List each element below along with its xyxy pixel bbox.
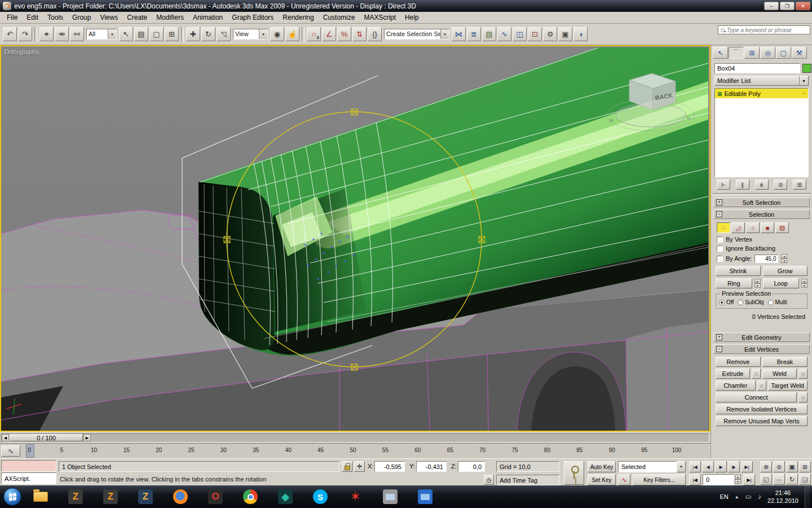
clock[interactable]: 21:46 22.12.2010: [767, 489, 798, 505]
select-and-move-button[interactable]: ✚: [186, 27, 200, 41]
select-and-rotate-button[interactable]: ↻: [201, 27, 215, 41]
edit-named-selection-sets-button[interactable]: {}: [368, 27, 382, 41]
menu-file[interactable]: File: [2, 12, 22, 23]
red-app-taskbar-icon[interactable]: ✶: [345, 487, 365, 507]
expand-icon[interactable]: +: [716, 334, 722, 340]
select-and-manipulate-button[interactable]: ☝: [285, 27, 299, 41]
arc-rotate-button[interactable]: ↻: [786, 474, 798, 485]
snaps-toggle-button[interactable]: ∩3: [307, 27, 321, 41]
auto-key-button[interactable]: Auto Key: [588, 461, 616, 472]
checkbox-icon[interactable]: [717, 246, 723, 252]
time-slider-handle[interactable]: 0 / 100: [10, 434, 83, 441]
ring-button[interactable]: Ring: [716, 278, 752, 288]
connect-button[interactable]: Connect: [716, 392, 797, 402]
angle-value-field[interactable]: 45,0: [754, 255, 778, 263]
tab-hierarchy[interactable]: ⊞: [744, 47, 760, 59]
go-to-start-button[interactable]: |◀: [689, 474, 701, 485]
restore-button[interactable]: ❐: [780, 2, 795, 10]
quick-render-button[interactable]: ◑: [573, 27, 588, 41]
display-tray-icon[interactable]: ▭: [745, 493, 752, 501]
windows-explorer-taskbar-icon[interactable]: [30, 487, 51, 507]
skype-taskbar-icon[interactable]: S: [310, 487, 330, 507]
by-vertex-checkbox[interactable]: By Vertex: [711, 234, 812, 243]
extrude-settings-button[interactable]: □: [752, 369, 761, 379]
chamfer-settings-button[interactable]: □: [757, 380, 766, 391]
weld-button[interactable]: Weld: [762, 369, 797, 379]
zoom-all-button[interactable]: ⊛: [773, 461, 785, 472]
shrink-button[interactable]: Shrink: [716, 266, 761, 276]
percent-snap-toggle-button[interactable]: %: [337, 27, 351, 41]
track-bar[interactable]: ∿ 05101520253035404550556065707580859095…: [0, 443, 710, 458]
preview-off-radio[interactable]: Off: [719, 299, 734, 305]
by-angle-checkbox[interactable]: By Angle: 45,0 ▲▼: [711, 252, 812, 264]
previous-frame-button[interactable]: ◀: [702, 461, 714, 472]
named-selection-sets-combo[interactable]: Create Selection Set▼: [384, 29, 449, 40]
use-pivot-point-center-button[interactable]: ◉: [270, 27, 284, 41]
grow-button[interactable]: Grow: [763, 266, 808, 276]
angle-spinner[interactable]: ▲▼: [781, 254, 787, 263]
key-filters-button[interactable]: Key Filters...: [633, 474, 686, 485]
select-and-uniform-scale-button[interactable]: ◹: [217, 27, 231, 41]
infocenter-search[interactable]: [718, 25, 810, 34]
maximize-viewport-button[interactable]: ◲: [799, 474, 811, 485]
target-weld-button[interactable]: Target Weld: [768, 380, 808, 391]
tab-create[interactable]: ↖: [713, 47, 728, 59]
menu-customize[interactable]: Customize: [319, 12, 360, 23]
time-slider-track[interactable]: ◀ 0 / 100 ▶: [1, 433, 709, 443]
firefox-taskbar-icon[interactable]: [170, 487, 191, 507]
go-to-end-button[interactable]: ▶|: [743, 474, 755, 485]
set-keys-button[interactable]: [564, 461, 584, 485]
pan-button[interactable]: ⇔: [773, 474, 785, 485]
chrome-taskbar-icon[interactable]: [240, 487, 261, 507]
stack-item-editable-poly[interactable]: ▦ Editable Poly ∴: [715, 89, 808, 98]
select-object-button[interactable]: ↖: [119, 27, 133, 41]
loop-spinner[interactable]: ▲▼: [801, 279, 807, 288]
render-setup-button[interactable]: ⚙: [543, 27, 557, 41]
show-end-result-button[interactable]: ∥: [736, 179, 749, 190]
3ds-max-taskbar-icon[interactable]: ◆: [275, 487, 295, 507]
zoom-extents-button[interactable]: ▣: [786, 461, 798, 472]
schematic-view-button[interactable]: ◫: [513, 27, 527, 41]
show-hidden-icons-arrow[interactable]: ▲: [735, 494, 739, 500]
subobject-border-button[interactable]: ○: [746, 222, 760, 233]
play-button[interactable]: ▶: [715, 461, 727, 472]
menu-views[interactable]: Views: [95, 12, 122, 23]
show-desktop-button[interactable]: [805, 485, 810, 508]
go-to-start-button[interactable]: |◀: [689, 461, 701, 472]
modifier-list-dropdown[interactable]: Modifier List ▼: [714, 76, 809, 86]
remove-modifier-button[interactable]: ⊘: [774, 179, 787, 190]
menu-group[interactable]: Group: [68, 12, 95, 23]
select-and-link-button[interactable]: ⚭: [39, 27, 54, 41]
menu-animation[interactable]: Animation: [188, 12, 227, 23]
preview-multi-radio[interactable]: Multi: [768, 299, 787, 305]
time-slider-prev-arrow[interactable]: ◀: [2, 434, 9, 441]
current-frame-field[interactable]: 0: [703, 474, 734, 485]
blue-screen-app-taskbar-icon[interactable]: [415, 487, 435, 507]
tab-display[interactable]: ▢: [776, 47, 791, 59]
menu-edit[interactable]: Edit: [22, 12, 43, 23]
layer-manager-button[interactable]: ▤: [482, 27, 496, 41]
search-input[interactable]: [727, 27, 807, 33]
z-coordinate-field[interactable]: 0,0: [458, 461, 485, 472]
menu-help[interactable]: Help: [400, 12, 423, 23]
set-key-button[interactable]: Set Key: [588, 474, 616, 485]
rollout-edit-geometry[interactable]: + Edit Geometry: [713, 332, 810, 342]
close-button[interactable]: ✕: [796, 2, 810, 10]
rollout-edit-vertices[interactable]: − Edit Vertices: [713, 344, 810, 354]
chevron-down-icon[interactable]: ▼: [259, 29, 267, 39]
selection-region-button[interactable]: ▢: [149, 27, 164, 41]
app-icon[interactable]: [3, 2, 11, 10]
chevron-down-icon[interactable]: ▼: [440, 29, 449, 39]
menu-create[interactable]: Create: [122, 12, 152, 23]
time-slider-next-arrow[interactable]: ▶: [83, 434, 91, 441]
break-button[interactable]: Break: [762, 357, 807, 367]
align-button[interactable]: ≣: [467, 27, 481, 41]
add-time-tag-field[interactable]: Add Time Tag: [496, 475, 559, 485]
collapse-icon[interactable]: −: [716, 346, 722, 352]
time-tag-icon[interactable]: ◷: [484, 475, 494, 485]
viewport-orthographic[interactable]: BACK W N Orthographic: [0, 45, 710, 432]
weld-settings-button[interactable]: □: [798, 369, 807, 379]
rollout-soft-selection[interactable]: + Soft Selection: [713, 198, 810, 207]
expand-icon[interactable]: +: [716, 199, 722, 205]
menu-maxscript[interactable]: MAXScript: [359, 12, 400, 23]
